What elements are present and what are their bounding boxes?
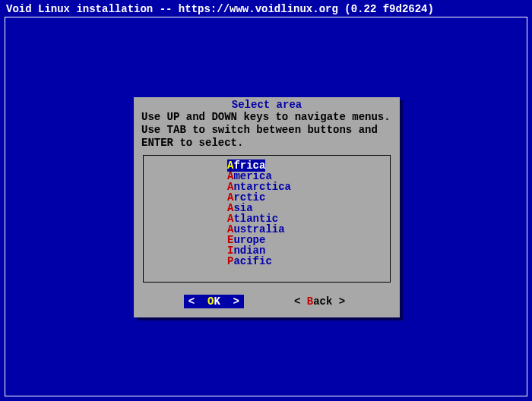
dialog-instructions: Use UP and DOWN keys to navigate menus. … <box>134 111 400 155</box>
area-item[interactable]: America <box>144 171 390 182</box>
area-item[interactable]: Pacific <box>144 256 390 267</box>
select-area-dialog: Select area Use UP and DOWN keys to navi… <box>134 97 400 317</box>
window-title: Void Linux installation -- https://www.v… <box>0 0 532 18</box>
ok-button[interactable]: < OK > <box>184 295 244 308</box>
area-item[interactable]: Atlantic <box>144 213 390 224</box>
area-item-label: acific <box>233 255 271 267</box>
back-button[interactable]: < Back > <box>290 295 350 308</box>
area-item[interactable]: Africa <box>144 160 390 171</box>
area-item[interactable]: Arctic <box>144 192 390 203</box>
button-row: < OK > < Back > <box>134 289 400 317</box>
area-list[interactable]: AfricaAmericaAntarcticaArcticAsiaAtlanti… <box>143 155 391 283</box>
area-item[interactable]: Australia <box>144 224 390 235</box>
area-item[interactable]: Antarctica <box>144 182 390 192</box>
area-item[interactable]: Europe <box>144 235 390 245</box>
area-item[interactable]: Asia <box>144 203 390 213</box>
dialog-title: Select area <box>134 97 400 111</box>
area-item[interactable]: Indian <box>144 245 390 256</box>
